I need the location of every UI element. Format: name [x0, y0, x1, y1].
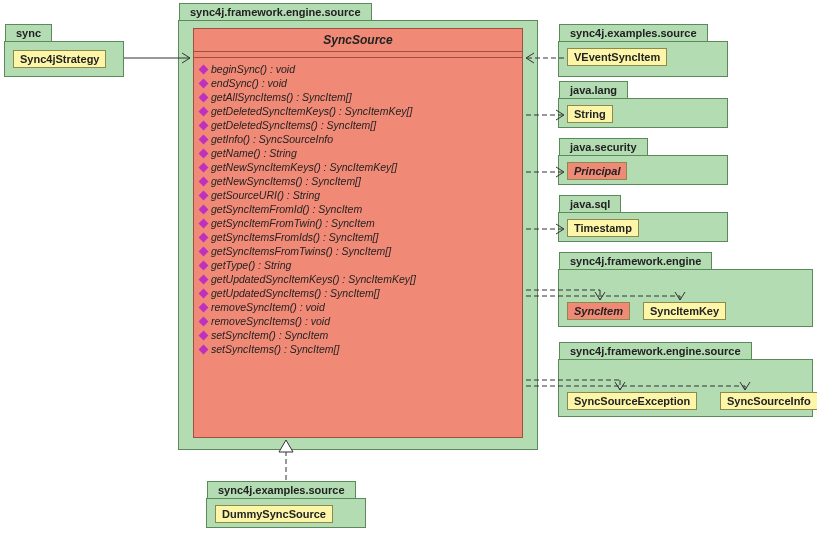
method-signature: getUpdatedSyncItemKeys() : SyncItemKey[]: [211, 273, 416, 285]
method-item: beginSync() : void: [200, 62, 516, 76]
package-sync: sync Sync4jStrategy: [4, 41, 124, 77]
class-syncitem[interactable]: SyncItem: [567, 302, 630, 320]
method-signature: getSyncItemsFromTwins() : SyncItem[]: [211, 245, 391, 257]
method-item: getSyncItemFromTwin() : SyncItem: [200, 216, 516, 230]
package-sync4j-examples-source: sync4j.examples.sourceVEventSyncItem: [558, 41, 728, 77]
class-syncsource[interactable]: SyncSource beginSync() : voidendSync() :…: [193, 28, 523, 438]
method-signature: beginSync() : void: [211, 63, 295, 75]
method-item: getNewSyncItems() : SyncItem[]: [200, 174, 516, 188]
method-item: removeSyncItem() : void: [200, 300, 516, 314]
method-signature: getNewSyncItems() : SyncItem[]: [211, 175, 361, 187]
class-sync4jstrategy[interactable]: Sync4jStrategy: [13, 50, 106, 68]
method-item: getAllSyncItems() : SyncItem[]: [200, 90, 516, 104]
method-signature: endSync() : void: [211, 77, 287, 89]
package-java-sql: java.sqlTimestamp: [558, 212, 728, 242]
method-signature: removeSyncItems() : void: [211, 315, 330, 327]
method-item: getSourceURI() : String: [200, 188, 516, 202]
method-item: getSyncItemsFromTwins() : SyncItem[]: [200, 244, 516, 258]
method-signature: getName() : String: [211, 147, 297, 159]
class-title: SyncSource: [194, 29, 522, 52]
diamond-icon: [199, 176, 209, 186]
diamond-icon: [199, 204, 209, 214]
class-dummysyncsource[interactable]: DummySyncSource: [215, 505, 333, 523]
diamond-icon: [199, 92, 209, 102]
method-signature: getInfo() : SyncSourceInfo: [211, 133, 333, 145]
package-java-lang: java.langString: [558, 98, 728, 128]
package-tab: java.sql: [559, 195, 621, 212]
method-signature: getAllSyncItems() : SyncItem[]: [211, 91, 352, 103]
method-item: getType() : String: [200, 258, 516, 272]
diamond-icon: [199, 190, 209, 200]
class-syncsourceinfo[interactable]: SyncSourceInfo: [720, 392, 817, 410]
method-signature: getSyncItemsFromIds() : SyncItem[]: [211, 231, 378, 243]
method-signature: getSyncItemFromTwin() : SyncItem: [211, 217, 375, 229]
diamond-icon: [199, 134, 209, 144]
package-tab: sync4j.examples.source: [559, 24, 708, 41]
method-item: getDeletedSyncItems() : SyncItem[]: [200, 118, 516, 132]
diamond-icon: [199, 302, 209, 312]
diamond-icon: [199, 162, 209, 172]
package-examples-bottom: sync4j.examples.source DummySyncSource: [206, 498, 366, 528]
diamond-icon: [199, 120, 209, 130]
package-examples-bottom-tab: sync4j.examples.source: [207, 481, 356, 498]
diamond-icon: [199, 344, 209, 354]
package-main-tab: sync4j.framework.engine.source: [179, 3, 372, 20]
method-item: getDeletedSyncItemKeys() : SyncItemKey[]: [200, 104, 516, 118]
diamond-icon: [199, 330, 209, 340]
class-veventsyncitem[interactable]: VEventSyncItem: [567, 48, 667, 66]
diamond-icon: [199, 288, 209, 298]
package-tab: sync4j.framework.engine.source: [559, 342, 752, 359]
method-signature: getDeletedSyncItemKeys() : SyncItemKey[]: [211, 105, 412, 117]
diamond-icon: [199, 106, 209, 116]
diamond-icon: [199, 232, 209, 242]
package-sync4j-framework-engine: sync4j.framework.engineSyncItemSyncItemK…: [558, 269, 813, 327]
package-java-security: java.securityPrincipal: [558, 155, 728, 185]
package-sync4j-framework-engine-source: sync4j.framework.engine.sourceSyncSource…: [558, 359, 813, 417]
diamond-icon: [199, 274, 209, 284]
package-tab: sync4j.framework.engine: [559, 252, 712, 269]
method-item: getSyncItemsFromIds() : SyncItem[]: [200, 230, 516, 244]
method-item: setSyncItem() : SyncItem: [200, 328, 516, 342]
diamond-icon: [199, 148, 209, 158]
method-signature: getNewSyncItemKeys() : SyncItemKey[]: [211, 161, 397, 173]
package-sync-tab: sync: [5, 24, 52, 41]
method-signature: getDeletedSyncItems() : SyncItem[]: [211, 119, 376, 131]
method-item: getInfo() : SyncSourceInfo: [200, 132, 516, 146]
class-principal[interactable]: Principal: [567, 162, 627, 180]
method-signature: removeSyncItem() : void: [211, 301, 325, 313]
method-item: getName() : String: [200, 146, 516, 160]
class-syncitemkey[interactable]: SyncItemKey: [643, 302, 726, 320]
diamond-icon: [199, 78, 209, 88]
method-item: getUpdatedSyncItemKeys() : SyncItemKey[]: [200, 272, 516, 286]
method-signature: setSyncItem() : SyncItem: [211, 329, 328, 341]
package-tab: java.security: [559, 138, 648, 155]
method-item: getNewSyncItemKeys() : SyncItemKey[]: [200, 160, 516, 174]
class-syncsourceexception[interactable]: SyncSourceException: [567, 392, 697, 410]
class-timestamp[interactable]: Timestamp: [567, 219, 639, 237]
method-signature: getSyncItemFromId() : SyncItem: [211, 203, 362, 215]
method-signature: getType() : String: [211, 259, 291, 271]
method-item: setSyncItems() : SyncItem[]: [200, 342, 516, 356]
diamond-icon: [199, 246, 209, 256]
class-string[interactable]: String: [567, 105, 613, 123]
method-list: beginSync() : voidendSync() : voidgetAll…: [194, 58, 522, 360]
diamond-icon: [199, 316, 209, 326]
diamond-icon: [199, 218, 209, 228]
method-item: getSyncItemFromId() : SyncItem: [200, 202, 516, 216]
method-item: getUpdatedSyncItems() : SyncItem[]: [200, 286, 516, 300]
method-signature: getSourceURI() : String: [211, 189, 320, 201]
method-item: removeSyncItems() : void: [200, 314, 516, 328]
package-tab: java.lang: [559, 81, 628, 98]
method-item: endSync() : void: [200, 76, 516, 90]
method-signature: setSyncItems() : SyncItem[]: [211, 343, 339, 355]
diamond-icon: [199, 260, 209, 270]
method-signature: getUpdatedSyncItems() : SyncItem[]: [211, 287, 380, 299]
diamond-icon: [199, 64, 209, 74]
